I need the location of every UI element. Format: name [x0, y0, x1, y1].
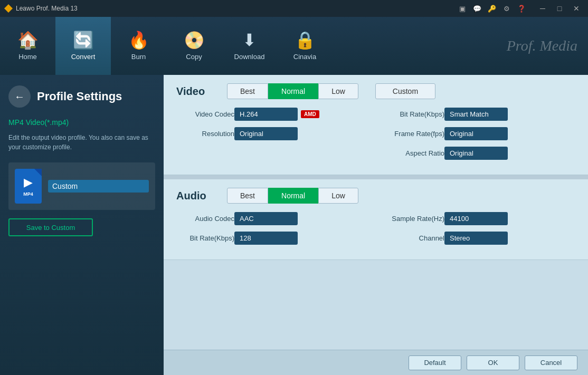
framerate-label: Frame Rate(fps): [386, 130, 444, 138]
video-section: Video Best Normal Low Custom Video Codec: [164, 75, 588, 175]
video-codec-select[interactable]: H.264 H.265 MPEG-4 WMV: [234, 108, 298, 121]
gear-icon[interactable]: ⚙: [501, 3, 512, 14]
app-title: Leawo Prof. Media 13: [16, 5, 78, 12]
video-section-title: Video: [176, 85, 219, 98]
profile-type: MP4 Video(*.mp4): [8, 118, 155, 127]
nav-item-burn[interactable]: 🔥 Burn: [111, 17, 166, 75]
framerate-select[interactable]: Original 30 25 24 23.97: [444, 127, 508, 140]
video-section-header: Video Best Normal Low Custom: [176, 83, 575, 99]
video-codec-label: Video Codec: [176, 110, 234, 118]
channel-select[interactable]: Stereo Mono 5.1: [444, 232, 508, 245]
samplerate-group: Sample Rate(Hz) 44100 48000 22050 11025: [386, 212, 575, 225]
audio-form: Audio Codec AAC MP3 AC3 WMA: [176, 212, 575, 251]
close-button[interactable]: ✕: [569, 3, 584, 14]
main-layout: ← Profile Settings MP4 Video(*.mp4) Edit…: [0, 75, 588, 375]
section-divider: [164, 175, 588, 179]
chat-icon[interactable]: 💬: [472, 3, 482, 14]
resolution-group: Resolution Original 1920x1080 1280x720 6…: [176, 127, 365, 140]
audio-codec-label: Audio Codec: [176, 215, 234, 223]
video-left-fields: Video Codec H.264 H.265 MPEG-4 WMV AMD: [176, 108, 365, 166]
nav-item-download[interactable]: ⬇ Download: [222, 17, 277, 75]
title-bar: Leawo Prof. Media 13 ▣ 💬 🔑 ⚙ ❓ ─ □ ✕: [0, 0, 588, 17]
audio-bitrate-wrap: 128 256 192 64: [234, 232, 298, 245]
title-bar-left: Leawo Prof. Media 13: [4, 4, 78, 13]
nav-bar: 🏠 Home 🔄 Convert 🔥 Burn 📀 Copy ⬇ Downloa…: [0, 17, 588, 75]
nav-label-burn: Burn: [131, 53, 146, 61]
framerate-group: Frame Rate(fps) Original 30 25 24 23.97: [386, 127, 575, 140]
framerate-wrap: Original 30 25 24 23.97: [444, 127, 508, 140]
content-area: Video Best Normal Low Custom Video Codec: [164, 75, 588, 375]
convert-icon: 🔄: [73, 32, 94, 49]
sidebar: ← Profile Settings MP4 Video(*.mp4) Edit…: [0, 75, 164, 375]
mp4-label: MP4: [23, 191, 33, 197]
back-icon: ←: [8, 85, 31, 108]
audio-section-header: Audio Best Normal Low: [176, 188, 575, 204]
ok-button[interactable]: OK: [467, 355, 519, 370]
audio-bitrate-select[interactable]: 128 256 192 64: [234, 232, 298, 245]
aspect-group: Aspect Ratio Original 16:9 4:3 1:1: [386, 147, 575, 160]
cancel-button[interactable]: Cancel: [525, 355, 577, 370]
audio-tab-best[interactable]: Best: [227, 188, 268, 204]
burn-icon: 🔥: [128, 32, 149, 49]
audio-tab-normal[interactable]: Normal: [268, 188, 318, 204]
video-codec-wrap: H.264 H.265 MPEG-4 WMV AMD: [234, 108, 319, 121]
nav-label-convert: Convert: [71, 53, 96, 61]
audio-section: Audio Best Normal Low Audio Codec: [164, 179, 588, 260]
video-quality-tabs: Best Normal Low: [227, 83, 358, 99]
nav-item-convert[interactable]: 🔄 Convert: [55, 17, 111, 75]
audio-section-title: Audio: [176, 190, 219, 202]
video-form: Video Codec H.264 H.265 MPEG-4 WMV AMD: [176, 108, 575, 166]
audio-tab-low[interactable]: Low: [318, 188, 358, 204]
cinavia-icon: 🔒: [295, 32, 316, 49]
channel-label: Channel: [386, 234, 444, 242]
aspect-label: Aspect Ratio: [386, 149, 444, 157]
bottom-bar: Default OK Cancel: [164, 350, 588, 375]
audio-left-fields: Audio Codec AAC MP3 AC3 WMA: [176, 212, 365, 251]
back-button[interactable]: ← Profile Settings: [8, 85, 155, 108]
nav-label-cinavia: Cinavia: [293, 53, 316, 61]
resolution-select[interactable]: Original 1920x1080 1280x720 640x480: [234, 127, 298, 140]
app-logo: Prof. Media: [507, 37, 577, 54]
bitrate-wrap: Smart Match 8000 6000 4000 2000: [444, 108, 508, 121]
copy-icon: 📀: [184, 32, 205, 49]
default-button[interactable]: Default: [409, 355, 461, 370]
audio-codec-group: Audio Codec AAC MP3 AC3 WMA: [176, 212, 365, 225]
resolution-wrap: Original 1920x1080 1280x720 640x480: [234, 127, 298, 140]
home-icon: 🏠: [17, 32, 39, 49]
video-tab-low[interactable]: Low: [318, 83, 358, 99]
video-tab-best[interactable]: Best: [227, 83, 268, 99]
help-icon[interactable]: ❓: [516, 3, 527, 14]
sidebar-title: Profile Settings: [37, 90, 122, 103]
audio-bitrate-label: Bit Rate(Kbps): [176, 234, 234, 242]
mp4-icon: ▶ MP4: [15, 169, 42, 204]
samplerate-label: Sample Rate(Hz): [386, 215, 444, 223]
audio-quality-tabs: Best Normal Low: [227, 188, 358, 204]
file-preview: ▶ MP4: [8, 162, 155, 210]
minimize-button[interactable]: ─: [535, 3, 550, 14]
download-icon: ⬇: [242, 32, 257, 49]
maximize-button[interactable]: □: [552, 3, 567, 14]
title-bar-icons: ▣ 💬 🔑 ⚙ ❓: [457, 3, 527, 14]
nav-item-home[interactable]: 🏠 Home: [0, 17, 55, 75]
audio-codec-select[interactable]: AAC MP3 AC3 WMA: [234, 212, 298, 225]
nav-label-copy: Copy: [186, 53, 202, 61]
amd-icon[interactable]: ▣: [457, 3, 468, 14]
aspect-wrap: Original 16:9 4:3 1:1: [444, 147, 508, 160]
video-tab-custom[interactable]: Custom: [375, 83, 435, 99]
bitrate-select[interactable]: Smart Match 8000 6000 4000 2000: [444, 108, 508, 121]
video-codec-group: Video Codec H.264 H.265 MPEG-4 WMV AMD: [176, 108, 365, 121]
nav-label-download: Download: [234, 53, 265, 61]
channel-wrap: Stereo Mono 5.1: [444, 232, 508, 245]
bitrate-group: Bit Rate(Kbps) Smart Match 8000 6000 400…: [386, 108, 575, 121]
nav-item-cinavia[interactable]: 🔒 Cinavia: [277, 17, 333, 75]
amd-badge: AMD: [301, 110, 319, 118]
audio-bitrate-group: Bit Rate(Kbps) 128 256 192 64: [176, 232, 365, 245]
key-icon[interactable]: 🔑: [487, 3, 497, 14]
nav-item-copy[interactable]: 📀 Copy: [166, 17, 222, 75]
file-name-input[interactable]: [48, 180, 149, 193]
aspect-select[interactable]: Original 16:9 4:3 1:1: [444, 147, 508, 160]
save-custom-button[interactable]: Save to Custom: [8, 218, 93, 236]
video-tab-normal[interactable]: Normal: [268, 83, 318, 99]
app-icon: [4, 4, 13, 13]
samplerate-select[interactable]: 44100 48000 22050 11025: [444, 212, 508, 225]
